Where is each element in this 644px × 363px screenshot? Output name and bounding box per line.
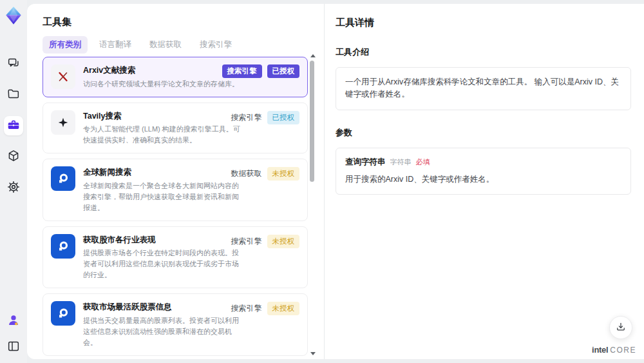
gear-icon: [6, 180, 21, 196]
tool-card-tavily[interactable]: Tavily搜索 专为人工智能代理 (LLM) 构建的搜索引擎工具。可快速提供实…: [43, 103, 308, 154]
tab-all-categories[interactable]: 所有类别: [43, 36, 88, 54]
sidebar-item-settings[interactable]: [4, 178, 23, 197]
category-label: 搜索引擎: [231, 110, 262, 125]
intel-core-logo: intel CORE: [592, 345, 636, 355]
status-badge: 未授权: [267, 235, 300, 248]
status-badge: 未授权: [267, 167, 300, 181]
collapse-panel-icon: [6, 339, 21, 355]
tool-list: Arxiv文献搜索 访问各个研究领域大量科学论文和文章的存储库。 搜索引擎 已授…: [43, 57, 308, 359]
tool-card-active-stocks[interactable]: 获取市场最活跃股票信息 提供当天交易量最高的股票列表。投资者可以利用这些信息来识…: [43, 293, 308, 356]
param-box: 查询字符串 字符串 必填 用于搜索的Arxiv ID、关键字或作者姓名。: [336, 148, 631, 195]
collapse-sidebar-button[interactable]: [4, 337, 23, 357]
arxiv-icon: [51, 64, 75, 89]
category-badge: 搜索引擎: [222, 64, 262, 78]
sidebar-nav: [4, 54, 23, 197]
sidebar-item-tools[interactable]: [4, 116, 23, 135]
tool-card-global-news[interactable]: 全球新闻搜索 全球新闻搜索是一个聚合全球各大新闻网站内容的搜索引擎，帮助用户快速…: [43, 159, 308, 221]
scroll-up-arrow-icon[interactable]: [310, 54, 316, 57]
status-badge: 已授权: [267, 111, 300, 124]
briefcase-icon: [6, 118, 21, 134]
search-logo-icon: [51, 166, 75, 191]
tool-desc: 提供股票市场各个行业在特定时间段内的表现。投资者可以利用这些信息来识别表现优于或…: [83, 248, 242, 280]
scrollbar[interactable]: [310, 54, 315, 355]
search-logo-icon: [51, 301, 75, 326]
tool-intro-box: 一个用于从Arxiv存储库搜索科学论文和文章的工具。 输入可以是Arxiv ID…: [336, 67, 631, 110]
status-badge: 已授权: [267, 64, 300, 78]
download-button[interactable]: [609, 316, 632, 339]
param-required-flag: 必填: [416, 157, 430, 167]
folder-icon: [6, 87, 21, 103]
params-section-title: 参数: [336, 127, 631, 139]
sidebar-item-files[interactable]: [4, 85, 23, 104]
sparkle-icon: [51, 110, 75, 135]
tool-card-arxiv[interactable]: Arxiv文献搜索 访问各个研究领域大量科学论文和文章的存储库。 搜索引擎 已授…: [43, 57, 308, 97]
user-avatar-icon: [6, 313, 21, 329]
param-name: 查询字符串: [345, 157, 386, 168]
tool-desc: 访问各个研究领域大量科学论文和文章的存储库。: [83, 79, 242, 90]
scrollbar-thumb[interactable]: [310, 61, 314, 182]
category-label: 搜索引擎: [231, 301, 262, 316]
app-logo-icon[interactable]: [3, 5, 24, 26]
cube-icon: [6, 149, 21, 165]
scroll-down-arrow-icon[interactable]: [310, 352, 316, 355]
page-title: 工具集: [43, 16, 71, 28]
tool-desc: 全球新闻搜索是一个聚合全球各大新闻网站内容的搜索引擎，帮助用户快速获取全球最新资…: [83, 181, 242, 213]
tab-data-fetch[interactable]: 数据获取: [143, 36, 188, 54]
tab-search-engine[interactable]: 搜索引擎: [193, 36, 238, 54]
tool-card-sector-performance[interactable]: 获取股市各行业表现 提供股票市场各个行业在特定时间段内的表现。投资者可以利用这些…: [43, 226, 308, 289]
tool-desc: 提供当天交易量最高的股票列表。投资者可以利用这些信息来识别流动性强的股票和潜在的…: [83, 315, 242, 348]
category-label: 数据获取: [231, 166, 262, 181]
param-type: 字符串: [390, 157, 412, 167]
download-icon: [615, 321, 627, 335]
tool-intro-text: 一个用于从Arxiv存储库搜索科学论文和文章的工具。 输入可以是Arxiv ID…: [345, 76, 621, 101]
status-badge: 未授权: [267, 302, 300, 315]
detail-title: 工具详情: [336, 17, 631, 29]
category-label: 搜索引擎: [231, 234, 262, 249]
search-logo-icon: [51, 234, 75, 259]
tab-language-translation[interactable]: 语言翻译: [93, 36, 138, 54]
sidebar: [0, 0, 27, 363]
param-desc: 用于搜索的Arxiv ID、关键字或作者姓名。: [345, 173, 621, 186]
tool-detail-panel: 工具详情 工具介绍 一个用于从Arxiv存储库搜索科学论文和文章的工具。 输入可…: [324, 4, 644, 359]
main-surface: 工具集 所有类别 语言翻译 数据获取 搜索引擎 Arxiv文献搜索 访问各个研究…: [27, 4, 644, 359]
core-wordmark: CORE: [610, 346, 636, 355]
sidebar-item-models[interactable]: [4, 147, 23, 166]
tools-panel: 工具集 所有类别 语言翻译 数据获取 搜索引擎 Arxiv文献搜索 访问各个研究…: [27, 4, 324, 359]
tool-desc: 专为人工智能代理 (LLM) 构建的搜索引擎工具。可快速提供实时、准确和真实的结…: [83, 124, 242, 146]
sidebar-item-chat[interactable]: [4, 54, 23, 74]
intel-wordmark: intel: [592, 345, 608, 355]
chat-icon: [6, 56, 21, 72]
category-tabs: 所有类别 语言翻译 数据获取 搜索引擎: [43, 36, 238, 54]
intro-section-title: 工具介绍: [336, 46, 631, 58]
user-avatar[interactable]: [4, 311, 23, 331]
